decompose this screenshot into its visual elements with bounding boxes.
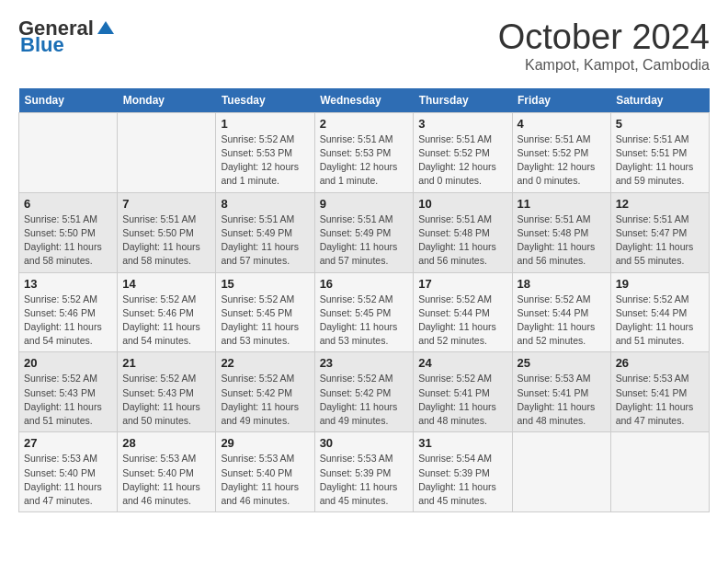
calendar-cell: 8Sunrise: 5:51 AM Sunset: 5:49 PM Daylig…	[216, 192, 314, 272]
calendar-cell	[512, 432, 610, 512]
day-info: Sunrise: 5:52 AM Sunset: 5:53 PM Dayligh…	[221, 132, 309, 189]
day-number: 14	[122, 277, 210, 291]
calendar-header-row: SundayMondayTuesdayWednesdayThursdayFrid…	[19, 88, 710, 113]
day-number: 12	[616, 197, 704, 211]
day-info: Sunrise: 5:52 AM Sunset: 5:45 PM Dayligh…	[221, 293, 309, 349]
logo-blue-text: Blue	[20, 35, 64, 55]
day-number: 1	[221, 117, 309, 131]
day-number: 9	[320, 197, 409, 211]
logo-arrow-icon	[96, 17, 116, 38]
calendar-cell: 26Sunrise: 5:53 AM Sunset: 5:41 PM Dayli…	[610, 352, 709, 432]
day-info: Sunrise: 5:51 AM Sunset: 5:53 PM Dayligh…	[320, 132, 409, 189]
col-header-wednesday: Wednesday	[314, 88, 414, 113]
calendar-cell: 1Sunrise: 5:52 AM Sunset: 5:53 PM Daylig…	[216, 112, 314, 192]
calendar-cell: 25Sunrise: 5:53 AM Sunset: 5:41 PM Dayli…	[512, 352, 610, 432]
page-header: General Blue October 2024 Kampot, Kampot…	[18, 18, 710, 74]
day-number: 13	[24, 277, 112, 291]
logo: General Blue	[18, 18, 116, 55]
day-info: Sunrise: 5:51 AM Sunset: 5:50 PM Dayligh…	[24, 213, 112, 269]
day-info: Sunrise: 5:51 AM Sunset: 5:52 PM Dayligh…	[518, 132, 606, 189]
calendar-cell: 16Sunrise: 5:52 AM Sunset: 5:45 PM Dayli…	[314, 272, 414, 352]
day-number: 31	[418, 436, 506, 450]
day-number: 8	[221, 197, 309, 211]
calendar-cell	[19, 112, 118, 192]
day-info: Sunrise: 5:53 AM Sunset: 5:41 PM Dayligh…	[518, 372, 606, 428]
calendar-cell: 11Sunrise: 5:51 AM Sunset: 5:48 PM Dayli…	[512, 192, 610, 272]
calendar-cell: 28Sunrise: 5:53 AM Sunset: 5:40 PM Dayli…	[118, 432, 216, 512]
day-info: Sunrise: 5:52 AM Sunset: 5:45 PM Dayligh…	[320, 293, 409, 349]
day-info: Sunrise: 5:53 AM Sunset: 5:40 PM Dayligh…	[24, 452, 112, 508]
day-number: 10	[418, 197, 506, 211]
calendar-cell: 20Sunrise: 5:52 AM Sunset: 5:43 PM Dayli…	[19, 352, 118, 432]
calendar-cell: 30Sunrise: 5:53 AM Sunset: 5:39 PM Dayli…	[314, 432, 414, 512]
day-number: 7	[122, 197, 210, 211]
calendar-cell: 23Sunrise: 5:52 AM Sunset: 5:42 PM Dayli…	[314, 352, 414, 432]
calendar-cell: 10Sunrise: 5:51 AM Sunset: 5:48 PM Dayli…	[414, 192, 512, 272]
day-number: 30	[320, 436, 409, 450]
day-info: Sunrise: 5:51 AM Sunset: 5:50 PM Dayligh…	[122, 213, 210, 269]
day-info: Sunrise: 5:51 AM Sunset: 5:48 PM Dayligh…	[418, 213, 506, 269]
day-number: 27	[24, 436, 112, 450]
day-info: Sunrise: 5:52 AM Sunset: 5:44 PM Dayligh…	[518, 293, 606, 349]
day-info: Sunrise: 5:52 AM Sunset: 5:46 PM Dayligh…	[122, 293, 210, 349]
day-number: 24	[418, 356, 506, 370]
day-info: Sunrise: 5:51 AM Sunset: 5:49 PM Dayligh…	[221, 213, 309, 269]
day-info: Sunrise: 5:51 AM Sunset: 5:49 PM Dayligh…	[320, 213, 409, 269]
day-number: 19	[616, 277, 704, 291]
calendar-cell: 27Sunrise: 5:53 AM Sunset: 5:40 PM Dayli…	[19, 432, 118, 512]
day-info: Sunrise: 5:53 AM Sunset: 5:40 PM Dayligh…	[221, 452, 309, 508]
day-info: Sunrise: 5:51 AM Sunset: 5:51 PM Dayligh…	[616, 132, 704, 189]
day-number: 6	[24, 197, 112, 211]
day-number: 25	[518, 356, 606, 370]
week-row-2: 6Sunrise: 5:51 AM Sunset: 5:50 PM Daylig…	[19, 192, 710, 272]
calendar-cell: 14Sunrise: 5:52 AM Sunset: 5:46 PM Dayli…	[118, 272, 216, 352]
calendar-cell: 7Sunrise: 5:51 AM Sunset: 5:50 PM Daylig…	[118, 192, 216, 272]
day-number: 28	[122, 436, 210, 450]
calendar-cell: 5Sunrise: 5:51 AM Sunset: 5:51 PM Daylig…	[610, 112, 709, 192]
calendar-cell: 9Sunrise: 5:51 AM Sunset: 5:49 PM Daylig…	[314, 192, 414, 272]
day-info: Sunrise: 5:52 AM Sunset: 5:44 PM Dayligh…	[418, 293, 506, 349]
day-number: 4	[518, 117, 606, 131]
day-info: Sunrise: 5:52 AM Sunset: 5:42 PM Dayligh…	[221, 372, 309, 428]
day-info: Sunrise: 5:54 AM Sunset: 5:39 PM Dayligh…	[418, 452, 506, 508]
col-header-thursday: Thursday	[414, 88, 512, 113]
day-number: 20	[24, 356, 112, 370]
calendar-cell: 15Sunrise: 5:52 AM Sunset: 5:45 PM Dayli…	[216, 272, 314, 352]
day-info: Sunrise: 5:51 AM Sunset: 5:52 PM Dayligh…	[418, 132, 506, 189]
day-info: Sunrise: 5:53 AM Sunset: 5:40 PM Dayligh…	[122, 452, 210, 508]
calendar-cell: 6Sunrise: 5:51 AM Sunset: 5:50 PM Daylig…	[19, 192, 118, 272]
calendar-cell: 18Sunrise: 5:52 AM Sunset: 5:44 PM Dayli…	[512, 272, 610, 352]
day-info: Sunrise: 5:52 AM Sunset: 5:41 PM Dayligh…	[418, 372, 506, 428]
month-title: October 2024	[498, 18, 710, 57]
day-info: Sunrise: 5:52 AM Sunset: 5:42 PM Dayligh…	[320, 372, 409, 428]
col-header-tuesday: Tuesday	[216, 88, 314, 113]
svg-marker-0	[97, 21, 114, 34]
day-number: 15	[221, 277, 309, 291]
col-header-saturday: Saturday	[610, 88, 709, 113]
day-number: 5	[616, 117, 704, 131]
week-row-5: 27Sunrise: 5:53 AM Sunset: 5:40 PM Dayli…	[19, 432, 710, 512]
day-number: 18	[518, 277, 606, 291]
day-number: 23	[320, 356, 409, 370]
calendar-cell: 3Sunrise: 5:51 AM Sunset: 5:52 PM Daylig…	[414, 112, 512, 192]
day-info: Sunrise: 5:53 AM Sunset: 5:41 PM Dayligh…	[616, 372, 704, 428]
day-info: Sunrise: 5:52 AM Sunset: 5:46 PM Dayligh…	[24, 293, 112, 349]
day-number: 16	[320, 277, 409, 291]
col-header-sunday: Sunday	[19, 88, 118, 113]
calendar-cell: 24Sunrise: 5:52 AM Sunset: 5:41 PM Dayli…	[414, 352, 512, 432]
day-number: 29	[221, 436, 309, 450]
week-row-3: 13Sunrise: 5:52 AM Sunset: 5:46 PM Dayli…	[19, 272, 710, 352]
calendar-cell: 29Sunrise: 5:53 AM Sunset: 5:40 PM Dayli…	[216, 432, 314, 512]
day-number: 17	[418, 277, 506, 291]
day-info: Sunrise: 5:53 AM Sunset: 5:39 PM Dayligh…	[320, 452, 409, 508]
calendar-cell: 17Sunrise: 5:52 AM Sunset: 5:44 PM Dayli…	[414, 272, 512, 352]
title-block: October 2024 Kampot, Kampot, Cambodia	[498, 18, 710, 74]
day-number: 2	[320, 117, 409, 131]
day-number: 22	[221, 356, 309, 370]
col-header-monday: Monday	[118, 88, 216, 113]
day-number: 11	[518, 197, 606, 211]
day-info: Sunrise: 5:51 AM Sunset: 5:48 PM Dayligh…	[518, 213, 606, 269]
calendar-cell	[610, 432, 709, 512]
day-info: Sunrise: 5:51 AM Sunset: 5:47 PM Dayligh…	[616, 213, 704, 269]
location: Kampot, Kampot, Cambodia	[498, 57, 710, 74]
